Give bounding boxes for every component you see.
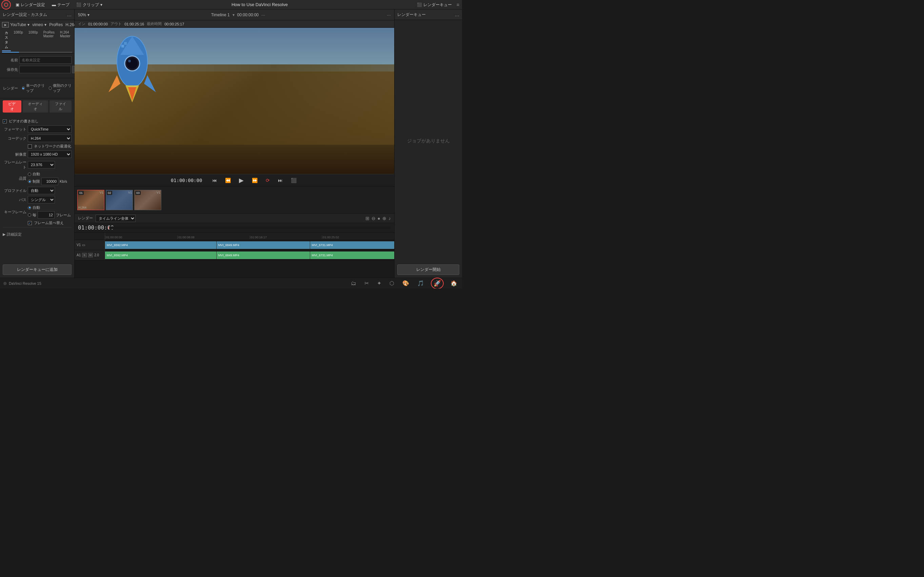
network-optimize-row[interactable]: ネットワークの最適化 xyxy=(28,144,71,149)
network-optimize-checkbox[interactable] xyxy=(28,144,32,148)
left-panel-header: レンダー設定 - カスタム ... xyxy=(0,10,74,20)
menu-more-btn[interactable]: ≡ xyxy=(457,2,459,8)
track-header-a1: A1 S M 2.0 xyxy=(74,250,105,260)
center-more-btn[interactable]: ··· xyxy=(261,12,266,18)
loop-btn[interactable]: ⟳ xyxy=(264,176,271,184)
keyframe-every-option[interactable]: 毎 フレーム xyxy=(28,211,71,219)
menu-clip[interactable]: ⬛ クリップ ▾ xyxy=(73,0,106,10)
quality-limit-radio[interactable] xyxy=(28,180,31,183)
step-forward-btn[interactable]: ⏩ xyxy=(251,176,259,184)
home-icon[interactable]: 🏠 xyxy=(449,279,459,288)
right-panel-more[interactable]: ... xyxy=(455,11,459,18)
skip-to-start-btn[interactable]: ⏮ xyxy=(211,176,218,184)
name-label: 名前 xyxy=(3,58,18,63)
keyframe-value-input[interactable] xyxy=(38,211,55,219)
thumbnail-1[interactable]: 01 V1 H.264 xyxy=(77,190,105,210)
timecode-display: 00:00:00:00 xyxy=(237,13,259,17)
menu-tape[interactable]: ▬ テープ xyxy=(48,0,73,10)
a1-solo-btn[interactable]: S xyxy=(82,253,87,257)
v1-clip-1[interactable]: MVI_6592.MP4 xyxy=(105,242,216,249)
zoom-control[interactable]: 50% ▾ xyxy=(78,13,90,17)
tl-minus-icon[interactable]: ⊖ xyxy=(372,216,375,221)
v1-clip-2[interactable]: MVI_6849.MP4 xyxy=(217,242,310,249)
audio-icon[interactable]: 🎵 xyxy=(416,279,425,288)
a1-clip-3[interactable]: MVI_6731.MP4 xyxy=(310,251,394,259)
app-logo[interactable] xyxy=(2,0,11,10)
dest-input[interactable] xyxy=(19,66,71,73)
resolution-select[interactable]: 1920 x 1080 HD xyxy=(28,150,71,158)
thumb-1-num: 01 xyxy=(78,191,84,195)
media-pool-icon[interactable]: 🗂 xyxy=(349,279,357,288)
keyframe-every-radio[interactable] xyxy=(28,213,31,217)
play-btn[interactable]: ▶ xyxy=(238,175,245,185)
single-clip-radio[interactable] xyxy=(22,87,25,90)
keyframe-auto-radio[interactable] xyxy=(28,206,31,210)
color-icon[interactable]: 🎨 xyxy=(401,279,410,288)
format-select[interactable]: QuickTime xyxy=(28,126,71,133)
frame-reorder-row[interactable]: ✓ フレーム並べ替え xyxy=(28,220,71,226)
bottom-bar: ◎ DaVinci Resolve 15 🗂 ✂ ✦ ⬡ 🎨 🎵 🚀 🏠 xyxy=(0,278,462,288)
tab-video-btn[interactable]: ビデオ xyxy=(3,100,21,113)
youtube-format[interactable]: ▶ YouTube ▾ xyxy=(2,22,29,27)
vimeo-format[interactable]: vimeo ▾ xyxy=(32,23,47,27)
keyframe-auto-option[interactable]: 自動 xyxy=(28,205,71,210)
svg-point-0 xyxy=(5,3,8,6)
name-input[interactable] xyxy=(19,56,71,64)
pass-select[interactable]: シングル xyxy=(28,196,55,203)
frame-reorder-checkbox[interactable]: ✓ xyxy=(28,221,32,225)
individual-clip-radio[interactable] xyxy=(49,87,52,90)
codec-select[interactable]: H.264 xyxy=(28,135,71,142)
fullscreen-btn[interactable]: ⬛ xyxy=(290,176,298,184)
framerate-select[interactable]: 23.976 xyxy=(28,161,55,169)
tl-grid-icon[interactable]: ⊞ xyxy=(365,216,369,221)
quality-limit-option[interactable]: 制限 Kb/s xyxy=(28,178,67,185)
individual-clip-option[interactable]: 個別のクリップ xyxy=(49,83,71,93)
render-label: レンダー xyxy=(3,86,18,91)
quality-value-input[interactable] xyxy=(41,178,58,185)
skip-to-end-btn[interactable]: ⏭ xyxy=(277,176,284,184)
clip-mode-section: レンダー 単一のクリップ 個別のクリップ xyxy=(0,78,74,98)
tab-audio-btn[interactable]: オーディオ xyxy=(23,100,48,113)
video-export-row[interactable]: ✓ ビデオの書き出し xyxy=(3,119,71,124)
quality-auto-option[interactable]: 自動 xyxy=(28,172,67,177)
thumbnail-3[interactable]: 03 V1 xyxy=(134,190,161,210)
tab-file-btn[interactable]: ファイル xyxy=(50,100,71,113)
tab-1080p-2[interactable]: 1080p xyxy=(26,29,41,51)
svg-marker-6 xyxy=(108,75,120,92)
single-clip-option[interactable]: 単一のクリップ xyxy=(22,83,45,93)
center-right-more[interactable]: ··· xyxy=(387,12,391,18)
a1-clip-2[interactable]: MVI_6849.MP4 xyxy=(217,251,310,259)
v1-clip-3[interactable]: MVI_6731.MP4 xyxy=(310,242,394,249)
cut-icon[interactable]: ✂ xyxy=(363,279,370,288)
thumbnail-2[interactable]: 02 V1 xyxy=(106,190,133,210)
tab-custom[interactable]: カスタム xyxy=(2,29,11,51)
menu-render-settings[interactable]: ▣ レンダー設定 xyxy=(12,0,48,10)
tl-slider-icon[interactable]: ● xyxy=(378,216,380,221)
edit-icon[interactable]: ✦ xyxy=(375,279,383,288)
profile-select[interactable]: 自動 xyxy=(28,187,55,194)
menu-render-queue[interactable]: ⬛ レンダーキュー xyxy=(414,0,455,10)
preview-video[interactable] xyxy=(74,28,394,174)
video-export-checkbox[interactable]: ✓ xyxy=(3,119,7,123)
a1-clip-1[interactable]: MVI_6592.MP4 xyxy=(105,251,216,259)
tab-1080p-1[interactable]: 1080p xyxy=(11,29,26,51)
advanced-section[interactable]: ▶ 詳細設定 xyxy=(3,230,71,239)
tl-plus-icon[interactable]: ⊕ xyxy=(382,216,386,221)
framerate-row: フレームレート 23.976 xyxy=(3,160,71,170)
quality-auto-radio[interactable] xyxy=(28,172,31,176)
left-panel-more[interactable]: ... xyxy=(67,11,71,18)
a1-mute-btn[interactable]: M xyxy=(88,253,93,257)
add-queue-button[interactable]: レンダーキューに追加 xyxy=(3,264,71,275)
tl-music-icon[interactable]: ♪ xyxy=(388,216,391,221)
prores-format[interactable]: ProRes xyxy=(49,23,63,27)
fusion-icon[interactable]: ⬡ xyxy=(388,279,396,288)
tab-prores-master[interactable]: ProRes Master xyxy=(41,29,57,51)
content-tabs: ビデオ オーディオ ファイル xyxy=(0,98,74,114)
deliver-icon[interactable]: 🚀 xyxy=(431,278,444,289)
step-back-btn[interactable]: ⏪ xyxy=(224,176,232,184)
timeline-range-select[interactable]: タイムライン全体 xyxy=(96,214,135,222)
tab-h264-master[interactable]: H.264 Master xyxy=(57,29,73,51)
a1-label: A1 xyxy=(77,253,80,257)
render-start-button[interactable]: レンダー開始 xyxy=(397,264,459,275)
timeline-dropdown-icon: ▾ xyxy=(232,13,235,17)
